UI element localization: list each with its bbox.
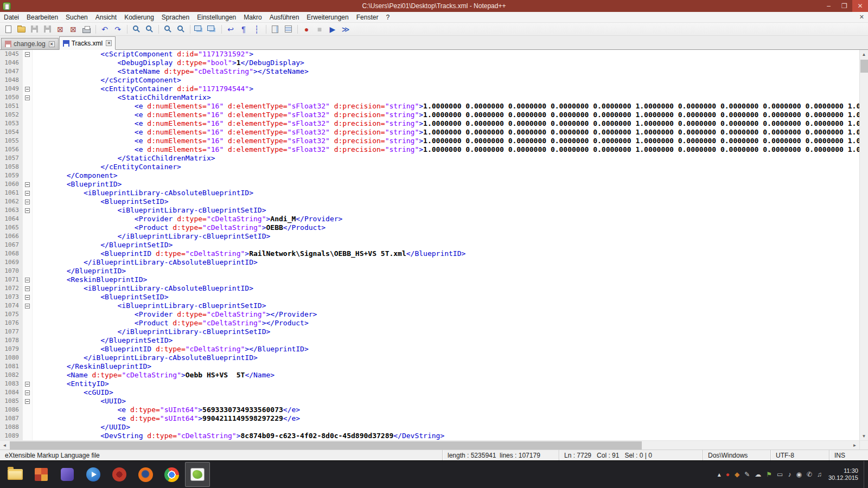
scroll-up-icon[interactable]: ▲ [860,50,868,59]
tab-change-log[interactable]: change.log✕ [1,38,59,49]
record-macro-button[interactable]: ● [301,23,312,35]
menu-item-kodierung[interactable]: Kodierung [120,12,158,22]
menu-item-fenster[interactable]: Fenster [353,12,382,22]
menu-item-ansicht[interactable]: Ansicht [92,12,120,22]
code-text[interactable]: <e d:numElements="16" d:elementType="sFl… [33,137,859,145]
zoom-out-button[interactable] [175,23,187,35]
code-text[interactable]: </iBlueprintLibrary-cBlueprintSetID> [33,232,859,241]
code-text[interactable]: <UUID> [33,397,859,406]
tab-close-icon[interactable]: ✕ [106,40,112,46]
menu-item-bearbeiten[interactable]: Bearbeiten [23,12,62,22]
code-text[interactable]: </Component> [33,171,859,180]
run-macro-multiple-button[interactable]: ≫ [340,23,352,35]
undo-button[interactable]: ↶ [99,23,111,35]
onedrive-icon[interactable]: ☁ [755,471,761,478]
play-macro-button[interactable]: ▶ [327,23,339,35]
menubar-close-icon[interactable]: ✕ [859,14,864,21]
tray-orange-icon[interactable]: ◆ [735,471,739,478]
replace-button[interactable] [143,23,155,35]
code-text[interactable]: </StaticChildrenMatrix> [33,154,859,163]
code-text[interactable]: <BlueprintID> [33,180,859,189]
volume-icon[interactable]: ♫ [817,471,822,478]
code-text[interactable]: <StateName d:type="cDeltaString"></State… [33,67,859,76]
code-text[interactable]: <Product d:type="cDeltaString"></Product… [33,319,859,328]
code-text[interactable]: <Product d:type="cDeltaString">OEBB</Pro… [33,223,859,232]
code-text[interactable]: <e d:numElements="16" d:elementType="sFl… [33,145,859,154]
function-list-button[interactable] [282,23,294,35]
code-text[interactable]: <Name d:type="cDeltaString">Oebb HS+VS 5… [33,371,859,380]
phone-icon[interactable]: ✆ [807,471,812,478]
code-text[interactable]: <cScriptComponent d:id="1171731592"> [33,50,859,59]
code-text[interactable]: <BlueprintID d:type="cDeltaString">RailN… [33,249,859,258]
tray-expand-icon[interactable]: ▴ [718,471,721,478]
code-text[interactable]: <ReskinBlueprintID> [33,275,859,284]
fold-collapse-icon[interactable] [25,278,30,282]
stop-macro-button[interactable]: ■ [314,23,326,35]
code-text[interactable]: <iBlueprintLibrary-cBlueprintSetID> [33,206,859,215]
close-file-button[interactable]: ⊠ [54,23,66,35]
fold-collapse-icon[interactable] [25,52,30,57]
sync-horizontal-button[interactable] [206,23,218,35]
code-text[interactable]: <BlueprintSetID> [33,293,859,301]
code-text[interactable]: </iBlueprintLibrary-cBlueprintSetID> [33,328,859,336]
code-text[interactable]: </cScriptComponent> [33,76,859,85]
code-text[interactable]: <EntityID> [33,380,859,388]
menu-item-help[interactable]: ? [382,12,393,22]
close-button[interactable]: ✕ [852,0,868,12]
indent-guide-button[interactable]: ┆ [251,23,263,35]
doc-map-button[interactable] [269,23,281,35]
redo-button[interactable]: ↷ [112,23,124,35]
sound-mixer-icon[interactable]: ♪ [788,471,791,478]
fold-collapse-icon[interactable] [25,182,30,187]
maximize-button[interactable]: ❐ [837,0,852,12]
taskbar-firefox-button[interactable] [133,462,158,487]
code-text[interactable]: <iBlueprintLibrary-cBlueprintSetID> [33,301,859,310]
show-all-chars-button[interactable]: ¶ [238,23,250,35]
code-text[interactable]: <BlueprintSetID> [33,197,859,206]
code-text[interactable]: <e d:numElements="16" d:elementType="sFl… [33,102,859,111]
fold-collapse-icon[interactable] [25,208,30,213]
code-text[interactable]: <Provider d:type="cDeltaString">Andi_M</… [33,215,859,223]
code-text[interactable]: </ReskinBlueprintID> [33,362,859,371]
code-text[interactable]: <StaticChildrenMatrix> [33,93,859,102]
word-wrap-button[interactable]: ↩ [225,23,237,35]
new-file-button[interactable] [2,23,14,35]
tab-close-icon[interactable]: ✕ [49,41,55,47]
horizontal-scrollbar[interactable]: ◄ ► [0,440,868,450]
minimize-button[interactable]: – [821,0,837,12]
scroll-right-icon[interactable]: ► [850,441,859,450]
close-all-button[interactable]: ⊠ [67,23,79,35]
tray-pen-icon[interactable]: ✎ [744,471,750,478]
taskbar-chrome-button[interactable] [159,462,184,487]
fold-collapse-icon[interactable] [25,191,30,196]
print-button[interactable] [80,23,92,35]
code-text[interactable]: </BlueprintID> [33,267,859,275]
code-text[interactable]: <DebugDisplay d:type="bool">1</DebugDisp… [33,59,859,67]
code-text[interactable]: <e d:numElements="16" d:elementType="sFl… [33,119,859,128]
statusbar-encoding[interactable]: UTF-8 [770,450,829,460]
code-text[interactable]: </BlueprintSetID> [33,241,859,249]
avira-icon[interactable]: ● [726,471,730,478]
security-flag-icon[interactable]: ⚑ [766,471,772,478]
taskbar-app-red-button[interactable] [107,462,132,487]
code-text[interactable]: <e d:numElements="16" d:elementType="sFl… [33,111,859,119]
code-text[interactable]: <Provider d:type="cDeltaString"></Provid… [33,310,859,319]
menu-item-makro[interactable]: Makro [240,12,265,22]
code-text[interactable]: <e d:type="sUInt64">9904211149598297229<… [33,414,859,423]
fold-collapse-icon[interactable] [25,295,30,300]
menu-item-einstellungen[interactable]: Einstellungen [193,12,240,22]
display-icon[interactable]: ▭ [777,471,783,478]
language-icon[interactable]: ◉ [796,471,801,478]
fold-collapse-icon[interactable] [25,200,30,204]
tab-tracks-xml[interactable]: Tracks.xml✕ [59,36,116,50]
find-button[interactable] [130,23,142,35]
scroll-down-icon[interactable]: ▼ [860,432,868,440]
sync-vertical-button[interactable] [193,23,205,35]
show-desktop-button[interactable] [864,461,868,488]
save-file-button[interactable] [28,23,40,35]
code-text[interactable]: </iBlueprintLibrary-cAbsoluteBlueprintID… [33,354,859,362]
code-text[interactable]: </BlueprintSetID> [33,336,859,345]
menu-item-suchen[interactable]: Suchen [62,12,92,22]
code-text[interactable]: <e d:numElements="16" d:elementType="sFl… [33,128,859,137]
save-all-button[interactable] [41,23,53,35]
